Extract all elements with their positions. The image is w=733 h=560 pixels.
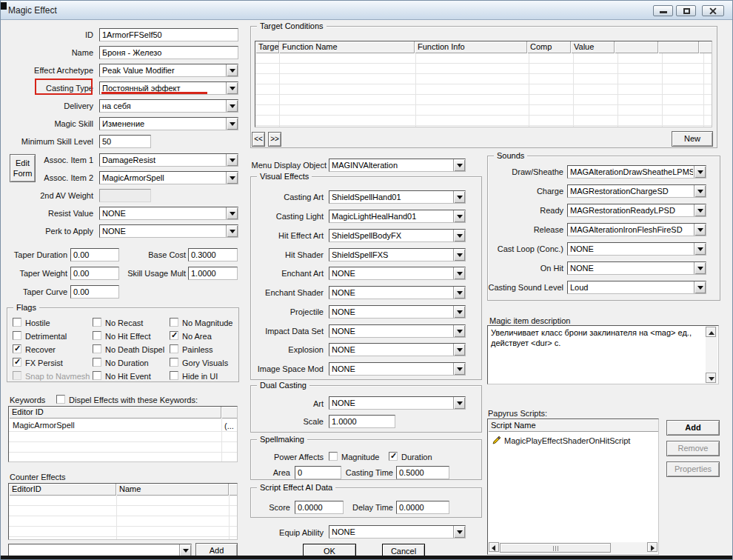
flag-no-duration-checkbox[interactable] xyxy=(93,358,101,367)
column-header-function-info[interactable]: Function Info xyxy=(415,41,527,53)
impact-data-set-select[interactable]: NONE xyxy=(329,324,466,338)
duration-checkbox[interactable] xyxy=(389,452,398,461)
flag-no-recast-checkbox[interactable] xyxy=(93,318,101,327)
enchant-shader-select[interactable]: NONE xyxy=(329,286,466,299)
scroll-right-button[interactable] xyxy=(647,542,657,552)
dropdown-button[interactable] xyxy=(226,172,238,184)
dropdown-button[interactable] xyxy=(226,225,238,237)
magnitude-checkbox[interactable] xyxy=(329,452,338,461)
dropdown-button[interactable] xyxy=(694,166,706,178)
column-header-target[interactable]: Target xyxy=(255,41,279,53)
menu-display-object-select[interactable]: MAGINVAlteration xyxy=(329,159,466,172)
casting-light-select[interactable]: MagicLightHealHand01 xyxy=(329,210,466,223)
on-hit-select[interactable]: NONE xyxy=(567,261,706,275)
column-header-editorid[interactable]: EditorID xyxy=(9,484,116,496)
close-button[interactable] xyxy=(702,5,724,16)
flag-fx-persist-checkbox[interactable] xyxy=(13,358,21,367)
dropdown-button[interactable] xyxy=(226,154,238,166)
dropdown-button[interactable] xyxy=(694,185,706,197)
dual-scale-input[interactable]: 1.0000 xyxy=(329,415,395,428)
delivery-select[interactable]: на себя xyxy=(99,99,238,113)
dropdown-button[interactable] xyxy=(694,262,706,274)
dropdown-button[interactable] xyxy=(226,100,238,112)
flag-painless-checkbox[interactable] xyxy=(170,344,178,353)
explosion-select[interactable]: NONE xyxy=(329,343,466,356)
flag-hostile-checkbox[interactable] xyxy=(13,318,21,327)
dropdown-button[interactable] xyxy=(453,306,465,318)
column-header-blank[interactable] xyxy=(658,41,699,53)
flag-detrimental-checkbox[interactable] xyxy=(13,331,21,340)
papyrus-add-button[interactable]: Add xyxy=(666,420,720,436)
scroll-down-button[interactable] xyxy=(706,373,716,383)
flag-hide-in-ui-checkbox[interactable] xyxy=(170,371,178,380)
dropdown-button[interactable] xyxy=(694,224,706,236)
column-header-function-name[interactable]: Function Name xyxy=(279,41,415,53)
dropdown-button[interactable] xyxy=(179,544,191,556)
flag-gory-visuals-checkbox[interactable] xyxy=(170,358,178,367)
title-bar[interactable]: Magic Effect xyxy=(1,1,732,20)
dropdown-button[interactable] xyxy=(694,204,706,216)
resist-value-select[interactable]: NONE xyxy=(99,207,238,220)
papyrus-scripts-list[interactable]: Script Name MagicPlayEffectShaderOnHitSc… xyxy=(487,419,659,555)
script-list-item[interactable]: MagicPlayEffectShaderOnHitScript xyxy=(504,436,630,446)
keywords-list[interactable]: Editor ID MagicArmorSpell (... xyxy=(8,406,238,462)
dropdown-button[interactable] xyxy=(453,287,465,299)
flag-no-death-dispel-checkbox[interactable] xyxy=(93,344,101,353)
cast-loop-select[interactable]: NONE xyxy=(567,242,706,256)
projectile-select[interactable]: NONE xyxy=(329,305,466,319)
papyrus-horizontal-scrollbar[interactable] xyxy=(489,542,657,553)
delay-time-input[interactable]: 0.0000 xyxy=(396,501,449,514)
dropdown-button[interactable] xyxy=(453,249,465,261)
column-header-blank[interactable] xyxy=(229,484,237,496)
dual-art-select[interactable]: NONE xyxy=(329,396,466,410)
dropdown-button[interactable] xyxy=(226,207,238,219)
enchant-art-select[interactable]: NONE xyxy=(329,267,466,280)
dispel-keywords-checkbox[interactable] xyxy=(56,395,65,404)
magic-skill-select[interactable]: Изменение xyxy=(99,117,238,130)
dropdown-button[interactable] xyxy=(453,230,465,241)
flag-recover-checkbox[interactable] xyxy=(13,344,21,353)
conditions-next-button[interactable]: >> xyxy=(268,132,281,147)
dropdown-button[interactable] xyxy=(453,191,465,203)
dropdown-button[interactable] xyxy=(453,397,465,409)
counter-effects-list[interactable]: EditorID Name xyxy=(8,483,238,540)
scroll-up-button[interactable] xyxy=(706,327,716,337)
min-skill-input[interactable]: 50 xyxy=(99,135,151,148)
column-header-comp[interactable]: Comp xyxy=(527,41,571,53)
flag-no-magnitude-checkbox[interactable] xyxy=(170,318,178,327)
equip-ability-select[interactable]: NONE xyxy=(329,525,466,539)
assoc-item2-select[interactable]: MagicArmorSpell xyxy=(99,171,238,184)
id-input[interactable]: 1ArmorFFSelf50 xyxy=(99,28,238,41)
dropdown-button[interactable] xyxy=(453,363,465,375)
column-header-value[interactable]: Value xyxy=(571,41,615,53)
base-cost-input[interactable]: 0.3000 xyxy=(188,248,238,261)
casting-time-input[interactable]: 0.5000 xyxy=(396,466,449,479)
dropdown-button[interactable] xyxy=(226,64,238,76)
description-scrollbar[interactable] xyxy=(706,327,717,383)
assoc-item1-select[interactable]: DamageResist xyxy=(99,153,238,167)
image-space-mod-select[interactable]: NONE xyxy=(329,362,466,376)
description-textarea[interactable]: Увеличивает класс брони заклинателя на <… xyxy=(487,325,719,384)
keyword-row-editor-id[interactable]: MagicArmorSpell xyxy=(13,421,75,430)
dropdown-button[interactable] xyxy=(453,325,465,337)
dropdown-button[interactable] xyxy=(453,344,465,356)
dropdown-button[interactable] xyxy=(694,281,706,293)
minimize-button[interactable] xyxy=(653,5,673,16)
scrollbar-thumb[interactable] xyxy=(500,543,611,553)
column-header-blank[interactable] xyxy=(615,41,658,53)
hit-effect-art-select[interactable]: ShieldSpellBodyFX xyxy=(329,229,466,242)
dropdown-button[interactable] xyxy=(694,243,706,255)
edit-form-button[interactable]: Edit Form xyxy=(10,154,36,182)
ready-select[interactable]: MAGRestorationReadyLPSD xyxy=(567,204,706,217)
dropdown-button[interactable] xyxy=(453,210,465,222)
conditions-new-button[interactable]: New xyxy=(672,131,713,147)
taper-curve-input[interactable]: 0.00 xyxy=(70,285,119,299)
dropdown-button[interactable] xyxy=(453,159,465,171)
hit-shader-select[interactable]: ShieldSpellFXS xyxy=(329,248,466,261)
dropdown-button[interactable] xyxy=(226,118,238,130)
release-select[interactable]: MAGAlterationIronFleshFireSD xyxy=(567,223,706,236)
area-input[interactable]: 0 xyxy=(295,466,341,479)
scroll-left-button[interactable] xyxy=(489,542,499,552)
flag-no-area-checkbox[interactable] xyxy=(170,331,178,340)
flag-no-hit-effect-checkbox[interactable] xyxy=(93,331,101,340)
